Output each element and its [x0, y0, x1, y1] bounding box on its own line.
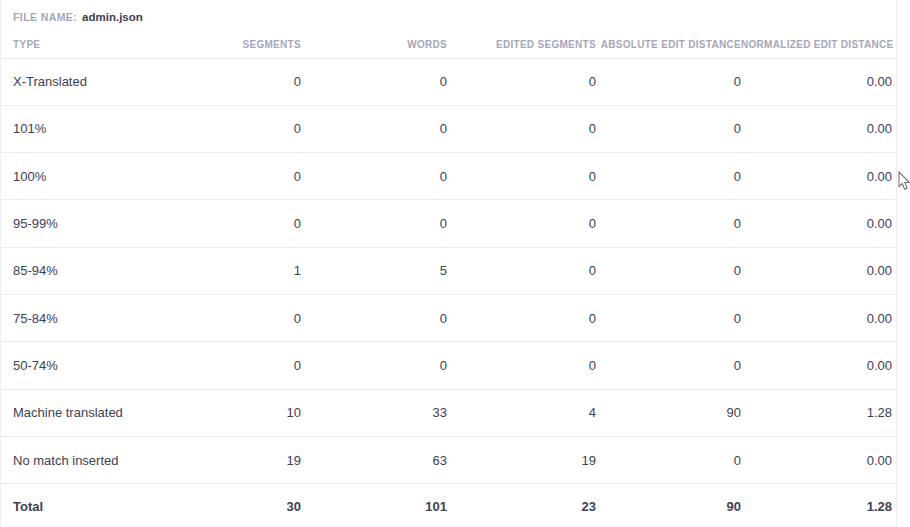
cell-type: 95-99%	[1, 200, 149, 247]
table-row: 75-84% 0 0 0 0 0.00	[1, 294, 896, 341]
cell-edited-segments: 19	[447, 436, 596, 483]
cell-segments: 0	[149, 200, 301, 247]
cell-edited-segments: 0	[447, 153, 596, 200]
cell-edited-segments: 0	[447, 342, 596, 389]
column-header-segments: SEGMENTS	[149, 32, 301, 58]
cell-words: 0	[301, 105, 447, 152]
cell-absolute-edit-distance: 0	[596, 58, 741, 105]
cell-edited-segments: 0	[447, 294, 596, 341]
cell-absolute-edit-distance: 0	[596, 436, 741, 483]
cell-type: Machine translated	[1, 389, 149, 436]
cell-edited-segments: 0	[447, 58, 596, 105]
mouse-cursor-icon	[898, 171, 910, 192]
stats-panel: FILE NAME: admin.json TYPE SEGMENTS WORD…	[0, 0, 897, 527]
cell-edited-segments: 23	[447, 484, 596, 527]
table-row: Machine translated 10 33 4 90 1.28	[1, 389, 896, 436]
cell-type: No match inserted	[1, 436, 149, 483]
cell-type: 101%	[1, 105, 149, 152]
cell-segments: 10	[149, 389, 301, 436]
table-row: 101% 0 0 0 0 0.00	[1, 105, 896, 152]
column-header-edited-segments: EDITED SEGMENTS	[447, 32, 596, 58]
file-name-label: FILE NAME:	[13, 11, 77, 23]
cell-edited-segments: 0	[447, 105, 596, 152]
column-header-absolute-edit-distance: ABSOLUTE EDIT DISTANCE	[596, 32, 741, 58]
column-header-type: TYPE	[1, 32, 149, 58]
table-header: TYPE SEGMENTS WORDS EDITED SEGMENTS ABSO…	[1, 32, 896, 58]
cell-absolute-edit-distance: 0	[596, 247, 741, 294]
table-row: 50-74% 0 0 0 0 0.00	[1, 342, 896, 389]
cell-edited-segments: 0	[447, 200, 596, 247]
cell-words: 33	[301, 389, 447, 436]
table-row: No match inserted 19 63 19 0 0.00	[1, 436, 896, 483]
cell-segments: 0	[149, 342, 301, 389]
table-body: X-Translated 0 0 0 0 0.00 101% 0 0 0 0 0…	[1, 58, 896, 527]
cell-segments: 0	[149, 294, 301, 341]
cell-type: 100%	[1, 153, 149, 200]
cell-segments: 19	[149, 436, 301, 483]
cell-words: 0	[301, 294, 447, 341]
table-row: Total 30 101 23 90 1.28	[1, 484, 896, 527]
cell-normalized-edit-distance: 0.00	[741, 58, 896, 105]
table-row: 100% 0 0 0 0 0.00	[1, 153, 896, 200]
cell-type: 85-94%	[1, 247, 149, 294]
cell-normalized-edit-distance: 1.28	[741, 484, 896, 527]
cell-words: 0	[301, 342, 447, 389]
cell-normalized-edit-distance: 0.00	[741, 247, 896, 294]
cell-absolute-edit-distance: 0	[596, 342, 741, 389]
cell-normalized-edit-distance: 0.00	[741, 342, 896, 389]
cell-words: 63	[301, 436, 447, 483]
cell-type: 75-84%	[1, 294, 149, 341]
cell-absolute-edit-distance: 90	[596, 484, 741, 527]
cell-edited-segments: 0	[447, 247, 596, 294]
cell-normalized-edit-distance: 0.00	[741, 153, 896, 200]
column-header-words: WORDS	[301, 32, 447, 58]
table-row: X-Translated 0 0 0 0 0.00	[1, 58, 896, 105]
cell-words: 5	[301, 247, 447, 294]
cell-type: 50-74%	[1, 342, 149, 389]
cell-absolute-edit-distance: 0	[596, 153, 741, 200]
table-row: 85-94% 1 5 0 0 0.00	[1, 247, 896, 294]
statistics-table: TYPE SEGMENTS WORDS EDITED SEGMENTS ABSO…	[1, 32, 896, 527]
cell-type: X-Translated	[1, 58, 149, 105]
cell-segments: 0	[149, 153, 301, 200]
cell-segments: 30	[149, 484, 301, 527]
cell-absolute-edit-distance: 0	[596, 200, 741, 247]
cell-words: 0	[301, 153, 447, 200]
file-name-row: FILE NAME: admin.json	[1, 2, 896, 32]
cell-edited-segments: 4	[447, 389, 596, 436]
file-name-value: admin.json	[82, 11, 143, 23]
cell-normalized-edit-distance: 0.00	[741, 105, 896, 152]
cell-normalized-edit-distance: 0.00	[741, 294, 896, 341]
cell-absolute-edit-distance: 0	[596, 105, 741, 152]
cell-normalized-edit-distance: 1.28	[741, 389, 896, 436]
table-header-row: TYPE SEGMENTS WORDS EDITED SEGMENTS ABSO…	[1, 32, 896, 58]
cell-normalized-edit-distance: 0.00	[741, 200, 896, 247]
cell-segments: 1	[149, 247, 301, 294]
cell-type: Total	[1, 484, 149, 527]
column-header-normalized-edit-distance: NORMALIZED EDIT DISTANCE	[741, 32, 896, 58]
cell-words: 0	[301, 200, 447, 247]
cell-absolute-edit-distance: 90	[596, 389, 741, 436]
cell-words: 0	[301, 58, 447, 105]
cell-segments: 0	[149, 58, 301, 105]
cell-words: 101	[301, 484, 447, 527]
cell-absolute-edit-distance: 0	[596, 294, 741, 341]
cell-normalized-edit-distance: 0.00	[741, 436, 896, 483]
table-row: 95-99% 0 0 0 0 0.00	[1, 200, 896, 247]
cell-segments: 0	[149, 105, 301, 152]
